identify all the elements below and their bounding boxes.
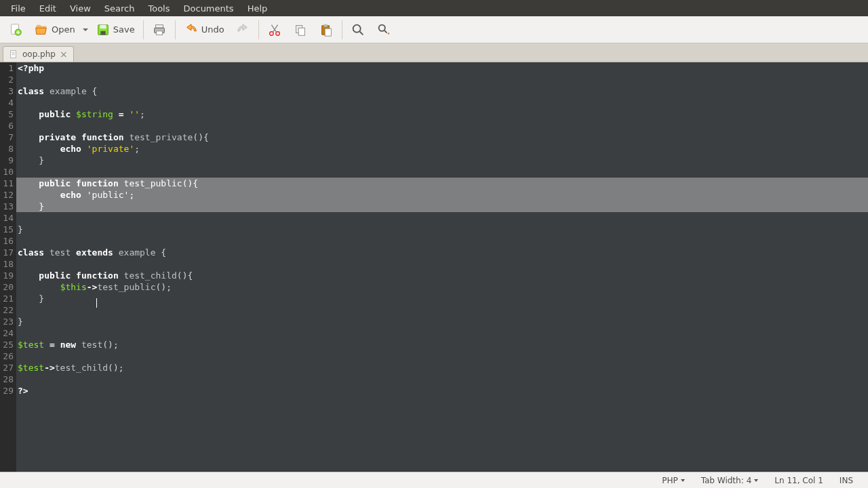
tab-label: oop.php	[22, 49, 56, 59]
open-label: Open	[52, 24, 75, 35]
svg-rect-5	[155, 24, 163, 28]
cursor-position: Ln 11, Col 1	[766, 476, 831, 485]
menu-tools[interactable]: Tools	[141, 2, 176, 15]
svg-rect-17	[11, 51, 16, 58]
svg-rect-13	[323, 24, 328, 26]
svg-point-16	[378, 24, 384, 30]
svg-point-15	[353, 24, 360, 32]
print-icon	[152, 22, 167, 37]
save-label: Save	[113, 24, 135, 35]
tab-close-button[interactable]: ×	[60, 49, 68, 60]
undo-icon	[184, 22, 199, 37]
print-button[interactable]	[148, 20, 171, 40]
toolbar: Open Save Undo	[0, 16, 868, 43]
save-icon	[96, 22, 111, 37]
find-icon	[351, 22, 366, 37]
save-button[interactable]: Save	[92, 20, 139, 40]
copy-button[interactable]	[289, 20, 312, 40]
line-gutter: 1234567891011121314151617181920212223242…	[0, 62, 16, 472]
redo-button[interactable]	[231, 20, 254, 40]
menu-file[interactable]: File	[4, 2, 33, 15]
menu-view[interactable]: View	[63, 2, 98, 15]
svg-rect-7	[156, 30, 162, 35]
separator	[258, 20, 259, 39]
separator	[175, 20, 176, 39]
svg-rect-11	[298, 28, 304, 35]
menu-help[interactable]: Help	[241, 2, 275, 15]
separator	[143, 20, 144, 39]
open-button[interactable]: Open	[30, 20, 79, 40]
chevron-down-icon	[754, 479, 758, 482]
language-selector[interactable]: PHP	[654, 476, 693, 485]
undo-label: Undo	[201, 24, 224, 35]
cut-button[interactable]	[263, 20, 286, 40]
chevron-down-icon	[681, 479, 685, 482]
new-file-button[interactable]	[4, 20, 27, 40]
cut-icon	[267, 22, 282, 37]
svg-rect-4	[100, 30, 105, 35]
tab-width-selector[interactable]: Tab Width: 4	[693, 476, 767, 485]
open-recent-dropdown[interactable]	[82, 27, 89, 33]
status-bar: PHP Tab Width: 4 Ln 11, Col 1 INS	[0, 472, 868, 488]
menu-bar: File Edit View Search Tools Documents He…	[0, 0, 868, 16]
code-area[interactable]: <?php class example { public $string = '…	[16, 62, 868, 472]
editor[interactable]: 1234567891011121314151617181920212223242…	[0, 62, 868, 472]
find-replace-button[interactable]	[372, 20, 395, 40]
separator	[342, 20, 342, 39]
svg-rect-3	[100, 24, 106, 28]
menu-search[interactable]: Search	[98, 2, 142, 15]
paste-button[interactable]	[315, 20, 338, 40]
open-icon	[34, 22, 49, 37]
language-label: PHP	[662, 476, 678, 485]
svg-rect-14	[325, 28, 331, 36]
new-file-icon	[8, 22, 23, 37]
tab-bar: oop.php ×	[0, 43, 868, 62]
find-replace-icon	[376, 22, 391, 37]
menu-edit[interactable]: Edit	[33, 2, 63, 15]
tab-width-label: Tab Width:	[701, 476, 744, 485]
text-cursor	[96, 298, 97, 308]
copy-icon	[293, 22, 308, 37]
tab-width-value: 4	[747, 476, 752, 485]
find-button[interactable]	[347, 20, 370, 40]
document-icon	[9, 49, 18, 59]
undo-button[interactable]: Undo	[180, 20, 229, 40]
menu-documents[interactable]: Documents	[177, 2, 241, 15]
insert-mode-toggle[interactable]: INS	[831, 476, 861, 485]
paste-icon	[319, 22, 334, 37]
redo-icon	[235, 22, 250, 37]
tab-oop-php[interactable]: oop.php ×	[3, 46, 74, 62]
